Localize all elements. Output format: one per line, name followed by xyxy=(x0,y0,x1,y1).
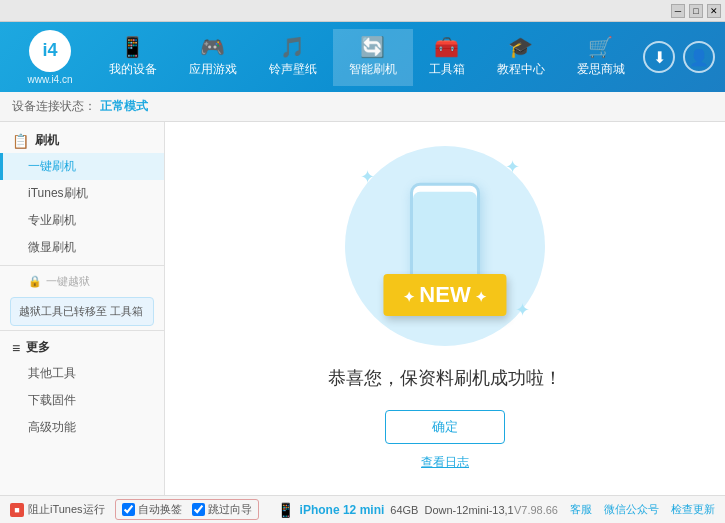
flash-section-label: 刷机 xyxy=(35,132,59,149)
advanced-label: 高级功能 xyxy=(28,420,76,434)
nav-tutorial-icon: 🎓 xyxy=(508,37,533,57)
minimize-button[interactable]: ─ xyxy=(671,4,685,18)
bottom-checkboxes: 自动换签 跳过向导 xyxy=(115,499,259,520)
itunes-stop-label: 阻止iTunes运行 xyxy=(28,502,105,517)
device-icon: 📱 xyxy=(277,502,294,518)
sidebar-jailbreak-note: 越狱工具已转移至 工具箱 xyxy=(10,297,154,326)
sidebar-item-download-firmware[interactable]: 下载固件 xyxy=(0,387,164,414)
jailbreak-label: 一键越狱 xyxy=(46,274,90,289)
sidebar-item-other-tools[interactable]: 其他工具 xyxy=(0,360,164,387)
sidebar-divider-2 xyxy=(0,330,164,331)
download-firmware-label: 下载固件 xyxy=(28,393,76,407)
maximize-button[interactable]: □ xyxy=(689,4,703,18)
auto-update-check[interactable] xyxy=(122,503,135,516)
content-area: ✦ ✦ ✦ NEW 恭喜您，保资料刷机成功啦！ 确定 查看日志 xyxy=(165,122,725,495)
phone-screen xyxy=(413,192,477,281)
version-label: V7.98.66 xyxy=(514,504,558,516)
sidebar-item-advanced[interactable]: 高级功能 xyxy=(0,414,164,441)
nav-ringtone-label: 铃声壁纸 xyxy=(269,61,317,78)
more-section-label: 更多 xyxy=(26,339,50,356)
stop-icon: ■ xyxy=(10,503,24,517)
nav-ringtone-icon: 🎵 xyxy=(280,37,305,57)
sidebar-jailbreak-locked: 🔒 一键越狱 xyxy=(0,270,164,293)
header-right-buttons: ⬇ 👤 xyxy=(643,41,715,73)
sidebar-section-flash: 📋 刷机 一键刷机 iTunes刷机 专业刷机 微显刷机 xyxy=(0,128,164,261)
logo-icon-text: i4 xyxy=(42,40,57,61)
device-name: iPhone 12 mini xyxy=(300,503,385,517)
lock-icon: 🔒 xyxy=(28,275,42,288)
success-message: 恭喜您，保资料刷机成功啦！ xyxy=(328,366,562,390)
header: i4 www.i4.cn 📱 我的设备 🎮 应用游戏 🎵 铃声壁纸 🔄 智能刷机… xyxy=(0,22,725,92)
sidebar-divider-1 xyxy=(0,265,164,266)
sidebar-item-one-key-flash[interactable]: 一键刷机 xyxy=(0,153,164,180)
nav-toolbox[interactable]: 🧰 工具箱 xyxy=(413,29,481,86)
one-key-flash-label: 一键刷机 xyxy=(28,159,76,173)
device-storage: 64GB xyxy=(390,504,418,516)
nav-toolbox-icon: 🧰 xyxy=(434,37,459,57)
sparkle-top-right: ✦ xyxy=(505,156,520,178)
sidebar-section-more-header: ≡ 更多 xyxy=(0,335,164,360)
device-model: Down-12mini-13,1 xyxy=(424,504,513,516)
nav-smart-flash[interactable]: 🔄 智能刷机 xyxy=(333,29,413,86)
flash-section-icon: 📋 xyxy=(12,133,29,149)
nav-apps-games-label: 应用游戏 xyxy=(189,61,237,78)
phone-illustration: ✦ ✦ ✦ NEW xyxy=(345,146,545,346)
pro-flash-label: 专业刷机 xyxy=(28,213,76,227)
close-button[interactable]: ✕ xyxy=(707,4,721,18)
customer-service-link[interactable]: 客服 xyxy=(570,502,592,517)
device-info: 📱 iPhone 12 mini 64GB Down-12mini-13,1 xyxy=(277,502,514,518)
nav-apps-games[interactable]: 🎮 应用游戏 xyxy=(173,29,253,86)
sidebar-section-jailbreak: 🔒 一键越狱 越狱工具已转移至 工具箱 xyxy=(0,270,164,326)
bottom-right: V7.98.66 客服 微信公众号 检查更新 xyxy=(514,502,715,517)
nav-ringtone[interactable]: 🎵 铃声壁纸 xyxy=(253,29,333,86)
other-tools-label: 其他工具 xyxy=(28,366,76,380)
sparkle-top-left: ✦ xyxy=(360,166,375,188)
auto-update-label: 自动换签 xyxy=(138,502,182,517)
sparkle-bottom-right: ✦ xyxy=(515,299,530,321)
nav-my-device-label: 我的设备 xyxy=(109,61,157,78)
more-section-icon: ≡ xyxy=(12,340,20,356)
user-button[interactable]: 👤 xyxy=(683,41,715,73)
nav-apps-games-icon: 🎮 xyxy=(200,37,225,57)
nav-tutorial-label: 教程中心 xyxy=(497,61,545,78)
sidebar-item-pro-flash[interactable]: 专业刷机 xyxy=(0,207,164,234)
confirm-button[interactable]: 确定 xyxy=(385,410,505,444)
itunes-flash-label: iTunes刷机 xyxy=(28,186,88,200)
status-value: 正常模式 xyxy=(100,98,148,115)
nav-store[interactable]: 🛒 爱思商城 xyxy=(561,29,641,86)
wechat-link[interactable]: 微信公众号 xyxy=(604,502,659,517)
status-label: 设备连接状态： xyxy=(12,98,96,115)
itunes-stop-area: ■ 阻止iTunes运行 xyxy=(10,502,105,517)
sidebar-section-more: ≡ 更多 其他工具 下载固件 高级功能 xyxy=(0,335,164,441)
nav-smart-flash-label: 智能刷机 xyxy=(349,61,397,78)
auto-update-checkbox[interactable]: 自动换签 xyxy=(122,502,182,517)
logo[interactable]: i4 www.i4.cn xyxy=(10,30,90,85)
bottom-bar: ■ 阻止iTunes运行 自动换签 跳过向导 📱 iPhone 12 mini … xyxy=(0,495,725,523)
download-button[interactable]: ⬇ xyxy=(643,41,675,73)
nav-tutorial[interactable]: 🎓 教程中心 xyxy=(481,29,561,86)
nav-toolbox-label: 工具箱 xyxy=(429,61,465,78)
nav-my-device-icon: 📱 xyxy=(120,37,145,57)
sidebar-item-itunes-flash[interactable]: iTunes刷机 xyxy=(0,180,164,207)
main-area: 📋 刷机 一键刷机 iTunes刷机 专业刷机 微显刷机 🔒 一键越狱 越狱工具… xyxy=(0,122,725,495)
main-nav: 📱 我的设备 🎮 应用游戏 🎵 铃声壁纸 🔄 智能刷机 🧰 工具箱 🎓 教程中心… xyxy=(90,29,643,86)
new-badge: NEW xyxy=(383,274,506,316)
logo-url: www.i4.cn xyxy=(27,74,72,85)
window-controls[interactable]: ─ □ ✕ xyxy=(671,4,721,18)
via-wizard-check[interactable] xyxy=(192,503,205,516)
status-bar: 设备连接状态： 正常模式 xyxy=(0,92,725,122)
nav-my-device[interactable]: 📱 我的设备 xyxy=(93,29,173,86)
nav-store-label: 爱思商城 xyxy=(577,61,625,78)
nav-store-icon: 🛒 xyxy=(588,37,613,57)
check-update-link[interactable]: 检查更新 xyxy=(671,502,715,517)
title-bar: ─ □ ✕ xyxy=(0,0,725,22)
logo-icon: i4 xyxy=(29,30,71,72)
sidebar-section-flash-header: 📋 刷机 xyxy=(0,128,164,153)
sidebar-item-data-flash[interactable]: 微显刷机 xyxy=(0,234,164,261)
nav-smart-flash-icon: 🔄 xyxy=(360,37,385,57)
log-link[interactable]: 查看日志 xyxy=(421,454,469,471)
data-flash-label: 微显刷机 xyxy=(28,240,76,254)
via-wizard-label: 跳过向导 xyxy=(208,502,252,517)
sidebar: 📋 刷机 一键刷机 iTunes刷机 专业刷机 微显刷机 🔒 一键越狱 越狱工具… xyxy=(0,122,165,495)
via-wizard-checkbox[interactable]: 跳过向导 xyxy=(192,502,252,517)
